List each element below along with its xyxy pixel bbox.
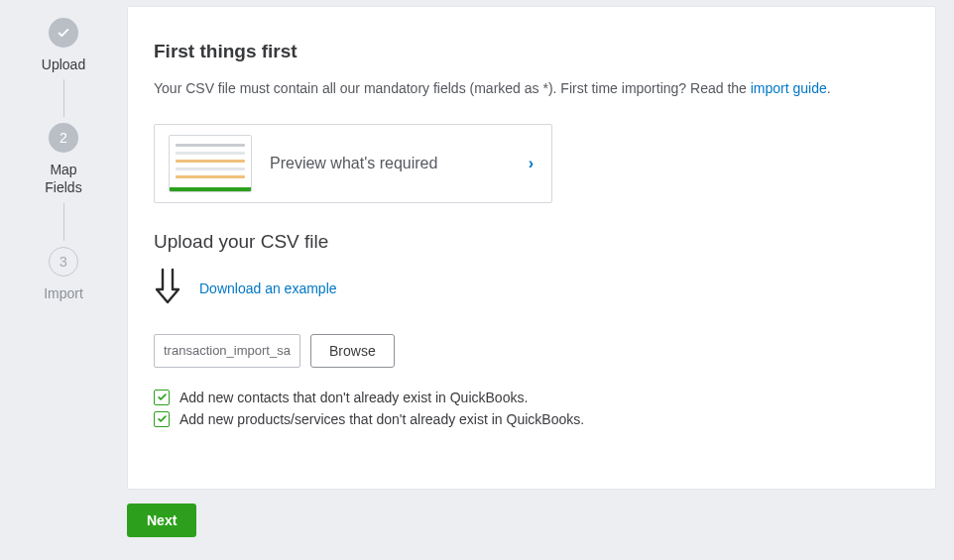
intro-text-before: Your CSV file must contain all our manda… [154, 80, 751, 96]
step-label: Map Fields [45, 161, 81, 196]
step-import[interactable]: 3 Import [44, 247, 83, 302]
section-heading: First things first [154, 41, 909, 62]
download-example-link[interactable]: Download an example [199, 280, 337, 296]
step-number: 2 [49, 123, 78, 153]
next-button[interactable]: Next [127, 504, 196, 537]
chevron-right-icon: › [529, 155, 534, 172]
step-label: Upload [42, 56, 85, 73]
stepper: Upload 2 Map Fields 3 Import [0, 0, 127, 560]
step-number: 3 [49, 247, 78, 277]
step-connector [63, 79, 64, 117]
add-products-checkbox[interactable] [154, 411, 170, 427]
file-name-input[interactable] [154, 334, 300, 368]
browse-button[interactable]: Browse [310, 334, 395, 368]
step-label: Import [44, 284, 83, 302]
add-contacts-checkbox[interactable] [154, 390, 170, 405]
check-icon [49, 18, 78, 48]
spreadsheet-thumbnail [169, 135, 252, 192]
step-connector [63, 203, 64, 241]
intro-text-after: . [827, 80, 831, 96]
preview-required-button[interactable]: Preview what's required › [154, 124, 552, 203]
preview-label: Preview what's required [270, 155, 511, 172]
download-arrow-icon [154, 267, 181, 310]
import-guide-link[interactable]: import guide [751, 80, 827, 96]
step-upload[interactable]: Upload [42, 18, 85, 73]
intro-text: Your CSV file must contain all our manda… [154, 78, 909, 100]
upload-heading: Upload your CSV file [154, 231, 909, 253]
add-contacts-label: Add new contacts that don't already exis… [179, 390, 528, 405]
add-products-label: Add new products/services that don't alr… [179, 411, 584, 427]
step-map-fields[interactable]: 2 Map Fields [45, 123, 81, 196]
upload-card: First things first Your CSV file must co… [127, 6, 936, 490]
